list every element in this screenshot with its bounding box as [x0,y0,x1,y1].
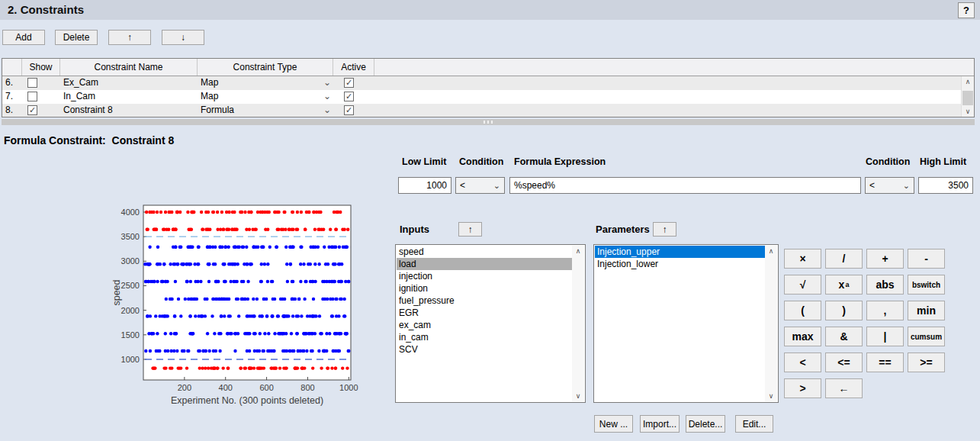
scatter-point [208,228,211,231]
horizontal-scrollbar[interactable] [2,119,975,125]
keypad-cumsum-button[interactable]: cumsum [908,327,945,346]
inputs-listbox[interactable]: speedloadinjectionignitionfuel_pressureE… [395,244,586,403]
scatter-point [207,211,210,214]
list-item[interactable]: speed [397,246,572,258]
scatter-point [162,314,165,317]
scatter-point [320,366,323,369]
scatter-point [268,246,272,249]
keypad-abs-button[interactable]: abs [866,275,904,295]
inputs-scrollbar[interactable]: ∧ ∨ [572,246,584,401]
add-button[interactable]: Add [2,30,45,45]
keypad-bswitch-button[interactable]: bswitch [908,275,945,295]
list-item[interactable]: ex_cam [397,319,572,331]
delete-expression-button[interactable]: Delete... [686,415,725,433]
scatter-point [329,228,332,231]
show-checkbox[interactable] [27,92,37,101]
scroll-down-icon[interactable]: ∨ [765,391,777,401]
parameters-listbox[interactable]: Injection_upperInjection_lower ∧ ∨ [593,244,779,403]
list-item[interactable]: SCV [397,343,572,356]
keypad-equal-button[interactable]: == [866,352,904,372]
scatter-point [216,211,219,214]
scatter-point [318,262,321,266]
import-button[interactable]: Import... [640,415,680,433]
scatter-point [193,262,196,266]
keypad-and-button[interactable]: & [825,327,863,346]
help-button[interactable]: ? [958,2,975,18]
new-button[interactable]: New ... [594,415,633,433]
move-down-button[interactable]: ↓ [162,30,204,45]
table-row[interactable]: 6.Ex_CamMap⌄✓ [2,76,961,90]
keypad-minus-button[interactable]: - [908,249,945,269]
scatter-point [345,366,349,369]
constraints-table[interactable]: Show Constraint Name Constraint Type Act… [2,58,975,117]
list-item[interactable]: ignition [397,282,572,295]
keypad-less-than-button[interactable]: < [784,352,821,372]
active-checkbox[interactable]: ✓ [344,92,354,101]
list-item[interactable]: Injection_upper [595,246,765,258]
scatter-point [223,280,227,283]
scroll-up-icon[interactable]: ∧ [572,246,584,256]
high-condition-select[interactable]: < ⌄ [865,177,914,194]
scatter-point [233,349,236,352]
formula-expression-input[interactable]: %speed% [509,177,861,194]
keypad-plus-button[interactable]: + [866,249,904,269]
parameters-promote-button[interactable]: ↑ [653,222,676,237]
low-condition-select[interactable]: < ⌄ [455,177,505,194]
scatter-point [334,366,337,369]
scatter-point [242,280,245,283]
inputs-promote-button[interactable]: ↑ [458,222,482,237]
keypad-max-button[interactable]: max [784,327,821,346]
table-row[interactable]: 8.✓Constraint 8Formula⌄✓ [2,104,961,117]
keypad-sqrt-button[interactable]: √ [784,275,821,295]
delete-button[interactable]: Delete [55,30,98,45]
scroll-up-icon[interactable]: ∧ [765,246,777,256]
scroll-down-icon[interactable]: ∨ [962,106,974,117]
scatter-point [299,246,302,249]
keypad-less-equal-button[interactable]: <= [825,352,863,372]
list-item[interactable]: load [397,258,572,270]
show-checkbox[interactable] [27,78,37,88]
scatter-point [249,262,252,266]
scatter-point [296,228,299,231]
scrollbar-thumb[interactable] [962,91,973,105]
active-checkbox[interactable]: ✓ [344,105,354,115]
scatter-point [236,298,239,301]
list-item[interactable]: EGR [397,307,572,319]
active-checkbox[interactable]: ✓ [344,78,354,88]
list-item[interactable]: fuel_pressure [397,295,572,307]
list-item[interactable]: Injection_lower [595,258,765,270]
keypad-greater-than-button[interactable]: > [784,378,821,398]
scatter-point [166,349,169,352]
keypad-close-paren-button[interactable]: ) [825,301,863,320]
high-limit-input[interactable]: 3500 [918,177,973,194]
show-checkbox[interactable]: ✓ [27,105,37,115]
keypad-backspace-button[interactable]: ← [825,378,863,398]
keypad-min-button[interactable]: min [908,301,945,320]
edit-button[interactable]: Edit... [735,415,773,433]
keypad-power-button[interactable]: xa [825,275,863,295]
constraint-type-select[interactable]: Map [201,91,218,101]
keypad-multiply-button[interactable]: × [784,249,821,269]
keypad-divide-button[interactable]: / [825,249,863,269]
table-vertical-scrollbar[interactable]: ∧ ∨ [961,76,974,117]
table-row[interactable]: 7.In_CamMap⌄✓ [2,90,961,104]
scatter-point [152,332,155,335]
scatter-point [307,211,310,214]
list-item[interactable]: in_cam [397,331,572,343]
keypad-or-button[interactable]: | [866,327,904,346]
low-limit-input[interactable]: 1000 [398,177,451,194]
scroll-up-icon[interactable]: ∧ [962,76,974,88]
list-item[interactable]: injection [397,270,572,282]
constraint-type-select[interactable]: Map [201,77,218,88]
scatter-point [207,262,210,266]
scatter-point [310,332,313,335]
scatter-point [159,211,162,214]
keypad-comma-button[interactable]: , [866,301,904,320]
scatter-point [281,349,284,352]
keypad-open-paren-button[interactable]: ( [784,301,821,320]
constraint-type-select[interactable]: Formula [201,105,234,115]
keypad-greater-equal-button[interactable]: >= [908,352,945,372]
scroll-down-icon[interactable]: ∨ [572,391,584,401]
move-up-button[interactable]: ↑ [108,30,151,45]
parameters-scrollbar[interactable]: ∧ ∨ [765,246,777,401]
